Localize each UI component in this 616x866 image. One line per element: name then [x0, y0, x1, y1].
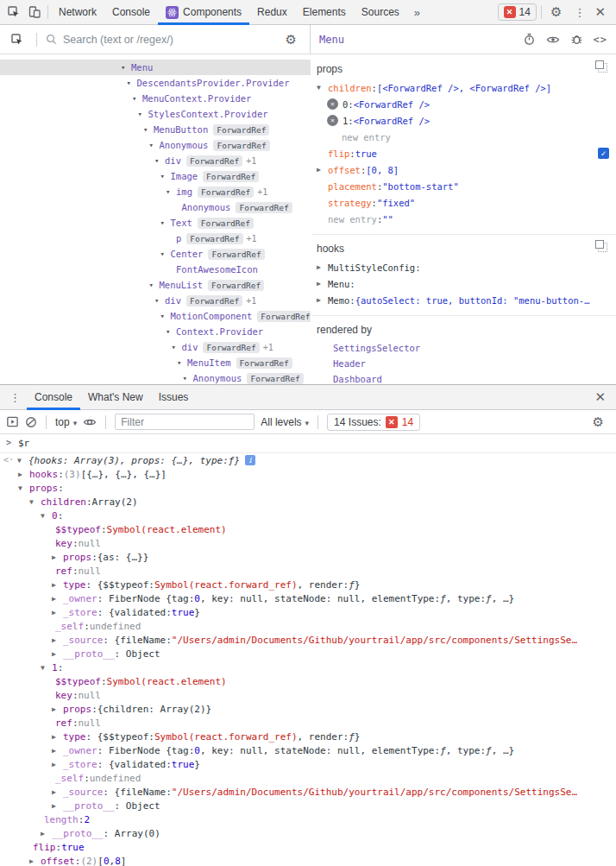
prop-row[interactable]: ✕0: <ForwardRef />: [311, 96, 616, 112]
console-row[interactable]: ref: null: [0, 564, 616, 578]
inspect-dom-eye-icon[interactable]: [546, 33, 560, 47]
tree-row-context-provider[interactable]: ▾Context.Provider: [0, 324, 311, 339]
clear-console-icon[interactable]: [25, 416, 37, 428]
tree-row-motioncomponent[interactable]: ▾MotionComponentForwardRef: [0, 308, 311, 324]
expand-arrow-icon[interactable]: ▾: [143, 125, 154, 134]
expand-arrow-icon[interactable]: ▶: [52, 553, 63, 561]
console-row[interactable]: _self: undefined: [0, 619, 616, 633]
console-row[interactable]: key: null: [0, 536, 616, 550]
tree-row-stylescontext-provider[interactable]: ▾StylesContext.Provider: [0, 106, 311, 122]
copy-hooks-icon[interactable]: [598, 243, 607, 252]
expand-arrow-icon[interactable]: ▶: [52, 802, 63, 810]
console-row[interactable]: ▶__proto__: Array(0): [0, 826, 616, 840]
console-row[interactable]: $$typeof: Symbol(react.element): [0, 522, 616, 536]
expand-arrow-icon[interactable]: ▾: [138, 110, 148, 118]
console-result-row[interactable]: <·▼{hooks: Array(3), props: {…}, type: ƒ…: [0, 453, 616, 467]
tab-sources[interactable]: Sources: [354, 0, 407, 25]
expand-arrow-icon[interactable]: ▾: [154, 296, 165, 305]
tab-issues[interactable]: Issues: [151, 385, 197, 410]
tree-row-text[interactable]: ▾TextForwardRef: [0, 215, 311, 231]
hook-row[interactable]: ▶Memo: {autoSelect: true, buttonId: "men…: [311, 292, 616, 308]
expand-arrow-icon[interactable]: ▾: [172, 343, 182, 351]
expand-arrow-icon[interactable]: ▶: [52, 761, 63, 768]
console-row[interactable]: $$typeof: Symbol(react.element): [0, 674, 616, 688]
console-row[interactable]: ▶_store: {validated: true}: [0, 605, 616, 619]
expand-arrow-icon[interactable]: ▼: [41, 664, 52, 672]
expand-arrow-icon[interactable]: ▶: [52, 609, 63, 616]
prop-row[interactable]: placement: "bottom-start": [311, 178, 616, 194]
expand-arrow-icon[interactable]: ▶: [52, 581, 63, 589]
tree-row-p[interactable]: pForwardRef+1: [0, 231, 311, 246]
console-input-echo[interactable]: > $r: [0, 434, 616, 453]
console-row[interactable]: ▶hooks: (3) [{…}, {…}, {…}]: [0, 467, 616, 481]
tab-redux[interactable]: Redux: [249, 0, 295, 25]
expand-arrow-icon[interactable]: ▼: [317, 84, 328, 92]
expand-arrow-icon[interactable]: ▾: [160, 250, 171, 258]
console-row[interactable]: ▶type: {$$typeof: Symbol(react.forward_r…: [0, 730, 616, 743]
tab-elements[interactable]: Elements: [295, 0, 354, 25]
expand-arrow-icon[interactable]: ▶: [52, 636, 63, 644]
expand-arrow-icon[interactable]: ▶: [41, 830, 52, 838]
tree-row-div[interactable]: ▾divForwardRef+1: [0, 293, 311, 308]
console-row[interactable]: ▼0:: [0, 509, 616, 522]
expand-arrow-icon[interactable]: ▶: [52, 788, 63, 796]
error-count-button[interactable]: ✕ 14: [498, 3, 537, 21]
expand-arrow-icon[interactable]: ▾: [149, 281, 160, 289]
console-row[interactable]: ▶__proto__: Object: [0, 799, 616, 812]
tab-components[interactable]: Components: [158, 0, 249, 25]
kebab-menu-icon[interactable]: ⋮: [568, 6, 591, 19]
console-row[interactable]: ▼children: Array(2): [0, 495, 616, 509]
prop-row[interactable]: new entry: "": [311, 211, 616, 227]
hook-row[interactable]: ▶MultiStyleConfig:: [311, 259, 616, 275]
expand-arrow-icon[interactable]: ▾: [177, 358, 187, 367]
tab-network[interactable]: Network: [51, 0, 104, 25]
more-tabs-button[interactable]: »: [407, 6, 427, 19]
console-row[interactable]: ▶type: {$$typeof: Symbol(react.forward_r…: [0, 578, 616, 591]
console-filter-input[interactable]: [115, 414, 255, 430]
console-row[interactable]: ▶_source: {fileName: "/Users/admin/Docum…: [0, 633, 616, 647]
prop-row[interactable]: ✕1: <ForwardRef />: [311, 112, 616, 129]
expand-arrow-icon[interactable]: ▼: [18, 484, 29, 492]
view-source-icon[interactable]: <>: [594, 34, 607, 46]
prop-row[interactable]: ▼children: [<ForwardRef />, <ForwardRef …: [311, 79, 616, 96]
drawer-kebab-icon[interactable]: ⋮: [3, 391, 27, 404]
settings-gear-icon[interactable]: ⚙: [544, 4, 568, 20]
info-icon[interactable]: i: [245, 455, 255, 465]
expand-arrow-icon[interactable]: ▶: [317, 296, 328, 304]
console-row[interactable]: length: 2: [0, 812, 616, 826]
expand-arrow-icon[interactable]: ▶: [18, 471, 29, 478]
console-row[interactable]: ▶_owner: FiberNode {tag: 0, key: null, s…: [0, 591, 616, 605]
live-expression-eye-icon[interactable]: [83, 415, 97, 429]
expand-arrow-icon[interactable]: ▾: [149, 141, 160, 149]
prop-row[interactable]: ▶offset: [0, 8]: [311, 161, 616, 178]
expand-arrow-icon[interactable]: ▾: [132, 94, 142, 103]
tree-row-div[interactable]: ▾divForwardRef+1: [0, 153, 311, 168]
expand-arrow-icon[interactable]: ▾: [166, 187, 176, 196]
expand-arrow-icon[interactable]: ▶: [52, 747, 63, 755]
debug-bug-icon[interactable]: [570, 33, 583, 46]
tree-row-menuitem[interactable]: ▾MenuItemForwardRef: [0, 355, 311, 370]
console-row[interactable]: ▶__proto__: Object: [0, 647, 616, 661]
delete-entry-icon[interactable]: ✕: [327, 98, 338, 110]
expand-arrow-icon[interactable]: ▶: [52, 595, 63, 603]
expand-arrow-icon[interactable]: ▶: [52, 650, 63, 658]
prop-row[interactable]: new entry: [311, 129, 616, 145]
expand-arrow-icon[interactable]: ▼: [29, 498, 41, 506]
copy-props-icon[interactable]: [598, 63, 607, 73]
console-row[interactable]: ▶_source: {fileName: "/Users/admin/Docum…: [0, 785, 616, 799]
hook-row[interactable]: ▶Menu:: [311, 275, 616, 292]
expand-arrow-icon[interactable]: ▶: [52, 705, 63, 713]
close-drawer-icon[interactable]: ✕: [591, 389, 613, 405]
suspense-stopwatch-icon[interactable]: [523, 33, 536, 46]
expand-arrow-icon[interactable]: ▾: [127, 79, 137, 87]
console-row[interactable]: ▶_store: {validated: true}: [0, 757, 616, 771]
tab-console[interactable]: Console: [104, 0, 158, 25]
log-levels-selector[interactable]: All levels▾: [261, 416, 309, 428]
context-selector[interactable]: top▾: [55, 416, 77, 428]
expand-arrow-icon[interactable]: ▾: [160, 312, 171, 320]
delete-entry-icon[interactable]: ✕: [327, 115, 338, 126]
tree-row-menucontext-provider[interactable]: ▾MenuContext.Provider: [0, 91, 311, 106]
tree-row-menu[interactable]: ▾Menu: [0, 60, 311, 75]
expand-arrow-icon[interactable]: ▾: [121, 63, 131, 72]
console-row[interactable]: ▶props: {as: {…}}: [0, 550, 616, 564]
